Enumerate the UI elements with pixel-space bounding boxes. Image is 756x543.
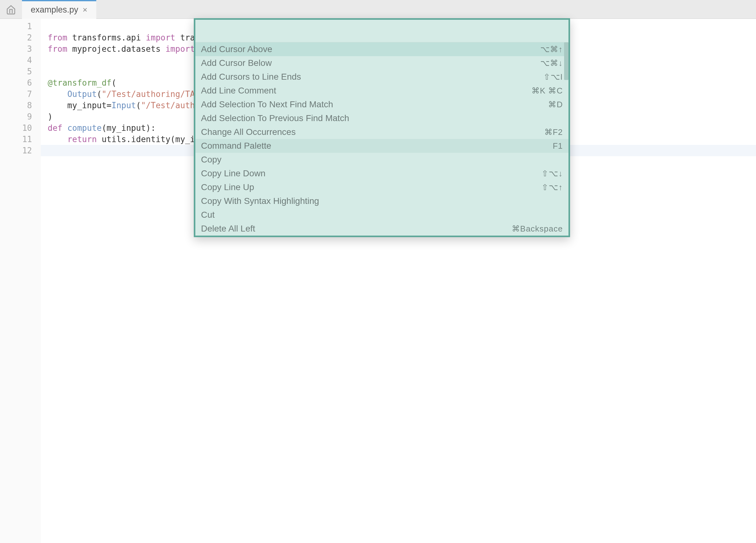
command-shortcut: ⌘K ⌘C bbox=[531, 86, 563, 96]
command-shortcut: ⌥⌘↓ bbox=[540, 58, 563, 68]
command-shortcut: ⌘F2 bbox=[544, 127, 563, 137]
command-label: Add Cursor Above bbox=[201, 44, 272, 54]
command-label: Add Cursors to Line Ends bbox=[201, 72, 301, 82]
command-palette-item[interactable]: Command PaletteF1 bbox=[195, 139, 568, 153]
tab-filename: examples.py bbox=[31, 5, 78, 15]
command-label: Copy bbox=[201, 155, 221, 165]
command-palette-list: Add Cursor Above⌥⌘↑Add Cursor Below⌥⌘↓Ad… bbox=[195, 42, 568, 235]
command-palette-item[interactable]: Copy With Syntax Highlighting bbox=[195, 194, 568, 208]
line-number: 2 bbox=[0, 32, 32, 43]
command-palette-item[interactable]: Add Selection To Previous Find Match bbox=[195, 111, 568, 125]
command-shortcut: ⇧⌥↓ bbox=[542, 169, 563, 178]
command-label: Delete All Left bbox=[201, 224, 255, 234]
command-shortcut: ⌘D bbox=[548, 100, 563, 109]
command-palette-item[interactable]: Cut bbox=[195, 208, 568, 222]
line-number-gutter: 123456789101112 bbox=[0, 19, 41, 543]
command-shortcut: ⌥⌘↑ bbox=[540, 45, 563, 54]
home-button[interactable] bbox=[0, 0, 22, 19]
command-palette: Add Cursor Above⌥⌘↑Add Cursor Below⌥⌘↓Ad… bbox=[194, 18, 570, 237]
command-palette-item[interactable]: Copy bbox=[195, 153, 568, 166]
line-number: 9 bbox=[0, 111, 32, 122]
command-label: Add Line Comment bbox=[201, 86, 276, 96]
command-label: Cut bbox=[201, 210, 215, 220]
line-number: 7 bbox=[0, 88, 32, 100]
command-label: Copy Line Up bbox=[201, 182, 254, 192]
command-palette-item[interactable]: Delete All Left⌘Backspace bbox=[195, 222, 568, 235]
file-tab[interactable]: examples.py × bbox=[22, 0, 96, 19]
command-palette-item[interactable]: Copy Line Up⇧⌥↑ bbox=[195, 180, 568, 194]
line-number: 8 bbox=[0, 100, 32, 111]
command-palette-item[interactable]: Change All Occurrences⌘F2 bbox=[195, 125, 568, 139]
line-number: 3 bbox=[0, 43, 32, 55]
command-label: Add Cursor Below bbox=[201, 58, 272, 68]
command-palette-item[interactable]: Copy Line Down⇧⌥↓ bbox=[195, 166, 568, 180]
line-number: 4 bbox=[0, 55, 32, 66]
home-icon bbox=[6, 4, 16, 14]
command-palette-item[interactable]: Add Cursor Above⌥⌘↑ bbox=[195, 42, 568, 56]
command-shortcut: ⌘Backspace bbox=[512, 224, 563, 234]
command-label: Copy With Syntax Highlighting bbox=[201, 196, 319, 206]
line-number: 12 bbox=[0, 145, 32, 156]
line-number: 11 bbox=[0, 134, 32, 145]
command-label: Command Palette bbox=[201, 141, 271, 151]
line-number: 10 bbox=[0, 122, 32, 134]
command-palette-item[interactable]: Add Selection To Next Find Match⌘D bbox=[195, 97, 568, 111]
line-number: 5 bbox=[0, 66, 32, 77]
command-palette-item[interactable]: Add Line Comment⌘K ⌘C bbox=[195, 84, 568, 97]
scrollbar-thumb[interactable] bbox=[564, 42, 568, 80]
command-label: Change All Occurrences bbox=[201, 127, 296, 137]
command-palette-input[interactable] bbox=[195, 20, 568, 42]
command-label: Add Selection To Previous Find Match bbox=[201, 113, 349, 123]
command-shortcut: ⇧⌥↑ bbox=[542, 182, 563, 192]
line-number: 1 bbox=[0, 21, 32, 32]
line-number: 6 bbox=[0, 77, 32, 88]
command-shortcut: ⇧⌥I bbox=[543, 72, 563, 82]
command-label: Copy Line Down bbox=[201, 168, 265, 178]
command-shortcut: F1 bbox=[553, 141, 563, 151]
command-palette-item[interactable]: Add Cursor Below⌥⌘↓ bbox=[195, 56, 568, 70]
command-palette-item[interactable]: Add Cursors to Line Ends⇧⌥I bbox=[195, 70, 568, 84]
tab-bar: examples.py × bbox=[0, 0, 756, 19]
close-icon[interactable]: × bbox=[83, 5, 87, 15]
command-label: Add Selection To Next Find Match bbox=[201, 99, 333, 109]
